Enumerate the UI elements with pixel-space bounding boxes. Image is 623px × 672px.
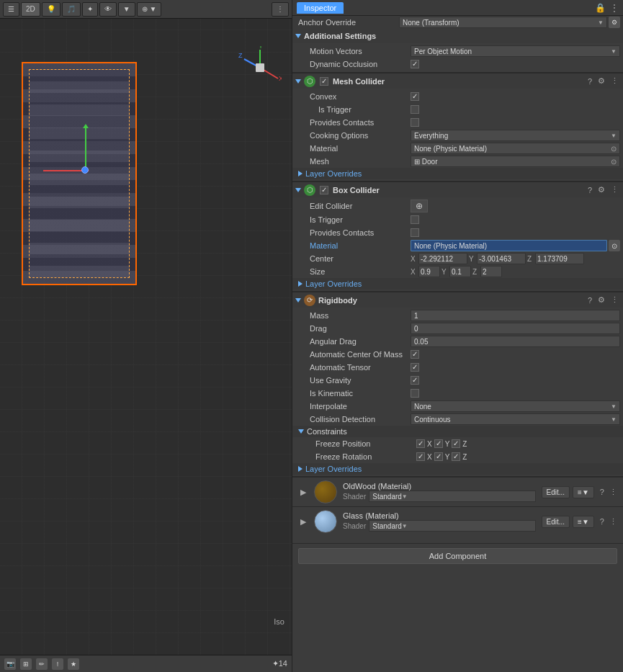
dynamic-occlusion-checkbox[interactable]	[411, 60, 419, 68]
glass-edit-btn[interactable]: Edit...	[542, 516, 570, 528]
is-trigger-box-checkbox[interactable]	[411, 215, 419, 224]
hand-tool[interactable]: ☰	[3, 2, 19, 17]
center-y-input[interactable]: -3.001463	[477, 253, 526, 264]
add-component-btn[interactable]: Add Component	[298, 548, 617, 564]
glass-more[interactable]: ⋮	[609, 517, 617, 526]
mesh-collider-header[interactable]: ⬡ Mesh Collider ? ⚙ ⋮	[292, 73, 623, 89]
edit-collider-btn[interactable]: ⊕	[411, 200, 428, 212]
angular-drag-row: Angular Drag 0.05	[292, 335, 623, 348]
material-box-pick[interactable]: ⊙	[609, 240, 620, 251]
box-collider-title: Box Collider	[333, 186, 583, 194]
center-x-input[interactable]: -2.292112	[418, 253, 467, 264]
rigidbody-settings[interactable]: ⚙	[596, 295, 606, 305]
layers-icon[interactable]: ⊞	[20, 658, 32, 670]
size-z-input[interactable]: 2	[480, 266, 502, 277]
freeze-rot-x-check[interactable]	[416, 452, 425, 461]
layer-overrides-mesh-header[interactable]: Layer Overrides	[292, 168, 623, 179]
is-trigger-mesh-row: Is Trigger	[292, 103, 623, 116]
is-kinematic-checkbox[interactable]	[411, 389, 419, 398]
info-icon[interactable]: !	[52, 658, 63, 670]
rigidbody-help[interactable]: ?	[586, 296, 593, 305]
interpolate-dropdown[interactable]: None ▼	[411, 400, 620, 412]
audio-tool[interactable]: 🎵	[62, 2, 81, 17]
box-collider-help[interactable]: ?	[586, 186, 593, 194]
box-collider-settings[interactable]: ⚙	[596, 185, 606, 194]
mass-field[interactable]: 1	[411, 310, 620, 321]
size-y-input[interactable]: 0.1	[449, 266, 471, 277]
auto-center-mass-checkbox[interactable]	[411, 350, 419, 359]
glass-help[interactable]: ?	[600, 517, 604, 526]
provides-contacts-box-checkbox[interactable]	[411, 228, 419, 237]
convex-checkbox[interactable]	[411, 92, 419, 101]
layer-overrides-mesh-triangle	[298, 171, 302, 176]
auto-tensor-checkbox[interactable]	[411, 363, 419, 372]
eye-tool[interactable]: 👁	[99, 2, 117, 17]
oldwood-edit-btn[interactable]: Edit...	[542, 486, 570, 498]
glass-expand[interactable]: ▶	[298, 516, 308, 527]
center-z-input[interactable]: 1.173709	[535, 253, 584, 264]
collision-detection-dropdown[interactable]: Continuous ▼	[411, 413, 620, 425]
freeze-pos-z-check[interactable]	[452, 439, 460, 448]
layer-overrides-rb-header[interactable]: Layer Overrides	[292, 463, 623, 475]
drag-field[interactable]: 0	[411, 323, 620, 334]
star-icon[interactable]: ★	[68, 658, 79, 670]
is-trigger-mesh-checkbox[interactable]	[411, 105, 419, 114]
box-collider-enabled[interactable]	[320, 186, 328, 194]
2d-toggle[interactable]: 2D	[21, 2, 40, 17]
anchor-settings-icon[interactable]: ⚙	[609, 17, 620, 28]
inspector-scroll[interactable]: Anchor Override None (Transform) ▼ ⚙ Add…	[292, 16, 623, 672]
mesh-dropdown[interactable]: ⊞ Door ⊙	[411, 156, 620, 167]
anchor-override-dropdown[interactable]: None (Transform) ▼	[399, 17, 607, 28]
oldwood-help[interactable]: ?	[600, 488, 604, 496]
material-box-field[interactable]: None (Physic Material)	[411, 240, 607, 251]
additional-settings-header[interactable]: Additional Settings	[292, 29, 623, 43]
box-collider-triangle	[295, 188, 301, 192]
menu-btn[interactable]: ⋮	[272, 2, 289, 17]
additional-settings-title: Additional Settings	[304, 32, 620, 40]
light-tool[interactable]: 💡	[42, 2, 60, 17]
y-axis	[85, 127, 86, 170]
freeze-pos-x-check[interactable]	[416, 439, 425, 448]
x-axis	[43, 170, 86, 171]
box-collider-menu[interactable]: ⋮	[609, 185, 620, 194]
paint-icon[interactable]: ✏	[36, 658, 48, 670]
motion-vectors-dropdown[interactable]: Per Object Motion ▼	[411, 45, 620, 57]
material-mesh-dropdown[interactable]: None (Physic Material) ⊙	[411, 143, 620, 154]
oldwood-shader-dropdown[interactable]: Standard ▼	[369, 490, 535, 502]
scene-viewport[interactable]: Y X Z Iso	[0, 19, 292, 655]
mesh-collider-menu[interactable]: ⋮	[609, 76, 620, 86]
gizmo-dropdown[interactable]: ⊕ ▼	[137, 2, 162, 17]
glass-menu-btn[interactable]: ≡▼	[573, 516, 594, 528]
angular-drag-field[interactable]: 0.05	[411, 336, 620, 347]
mesh-collider-help[interactable]: ?	[586, 77, 593, 86]
screenshot-icon[interactable]: 📷	[4, 658, 16, 670]
mesh-collider-body: Convex Is Trigger Provides Contacts	[292, 89, 623, 181]
provides-contacts-mesh-checkbox[interactable]	[411, 118, 419, 127]
mesh-collider-enabled[interactable]	[320, 77, 328, 86]
more-icon[interactable]: ⋮	[610, 3, 619, 13]
rigidbody-header[interactable]: ⟳ Rigidbody ? ⚙ ⋮	[292, 292, 623, 308]
freeze-pos-y-check[interactable]	[434, 439, 443, 448]
constraints-header[interactable]: Constraints	[292, 426, 623, 437]
use-gravity-label: Use Gravity	[310, 376, 411, 385]
rigidbody-menu[interactable]: ⋮	[609, 295, 620, 305]
scene-toolbar: ☰ 2D 💡 🎵 ✦ 👁 ▼ ⊕ ▼ ⋮	[0, 0, 292, 19]
glass-shader-dropdown[interactable]: Standard ▼	[369, 520, 535, 532]
oldwood-menu-btn[interactable]: ≡▼	[573, 486, 594, 498]
effect-tool[interactable]: ✦	[82, 2, 98, 17]
freeze-rot-z-check[interactable]	[452, 452, 460, 461]
perspective-dropdown[interactable]: ▼	[118, 2, 135, 17]
use-gravity-checkbox[interactable]	[411, 376, 419, 385]
rigidbody-title: Rigidbody	[318, 296, 583, 305]
box-collider-header[interactable]: ⬡ Box Collider ? ⚙ ⋮	[292, 182, 623, 197]
inspector-tab[interactable]: Inspector	[297, 2, 344, 14]
cooking-options-dropdown[interactable]: Everything ▼	[411, 130, 620, 141]
lock-icon[interactable]: 🔒	[595, 3, 606, 13]
oldwood-material-row: ▶ OldWood (Material) Shader Standard ▼ E…	[292, 477, 623, 506]
oldwood-expand[interactable]: ▶	[298, 487, 308, 497]
size-x-input[interactable]: 0.9	[418, 266, 440, 277]
mesh-collider-settings[interactable]: ⚙	[596, 76, 606, 86]
freeze-rot-y-check[interactable]	[434, 452, 443, 461]
layer-overrides-box-header[interactable]: Layer Overrides	[292, 278, 623, 290]
oldwood-more[interactable]: ⋮	[609, 488, 617, 496]
